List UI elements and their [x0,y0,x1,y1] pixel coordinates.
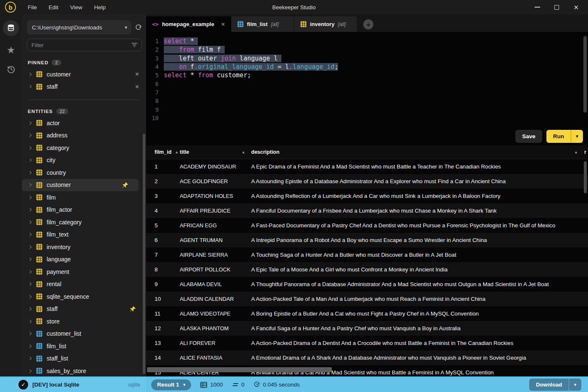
horizontal-scrollbar[interactable] [147,367,332,372]
column-header-description[interactable]: description ▲ [251,149,581,155]
chevron-right-icon[interactable] [28,282,32,286]
sidebar-scrollbar[interactable] [143,134,145,374]
chevron-right-icon[interactable] [28,357,32,360]
editor-line[interactable]: 1select * [146,37,588,45]
new-tab-button[interactable]: + [363,19,373,29]
editor-line[interactable]: 2 from film f [146,45,588,54]
entity-item-customer_list[interactable]: customer_list [22,328,146,340]
chevron-right-icon[interactable] [28,258,32,261]
result-selector[interactable]: Result 1 ▼ [151,379,191,390]
table-row[interactable]: 8AIRPORT POLLOCKA Epic Tale of a Moose A… [146,262,588,277]
download-label[interactable]: Download [529,379,569,391]
editor-line[interactable]: 9 [146,105,588,113]
history-icon[interactable] [6,64,16,74]
chevron-right-icon[interactable] [28,134,32,137]
editor-line[interactable]: 10 [146,114,588,122]
entity-item-payment[interactable]: payment [22,266,146,278]
table-row[interactable]: 12ALASKA PHANTOMA Fanciful Saga of a Hun… [146,321,588,336]
editor-line[interactable]: 8 [146,97,588,105]
sql-editor[interactable]: 1select * 2 from film f 3 left outer joi… [146,32,588,145]
entity-item-staff_list[interactable]: staff_list [22,353,146,365]
chevron-right-icon[interactable] [28,369,32,373]
chevron-right-icon[interactable] [28,295,32,298]
entity-item-film_category[interactable]: film_category [22,216,146,229]
editor-line[interactable]: 5select * from customer; [146,71,588,79]
chevron-right-icon[interactable] [28,196,32,199]
table-row[interactable]: 11ALAMO VIDEOTAPEA Boring Epistle of a B… [146,306,588,321]
column-header-title[interactable]: title ▲ [180,149,251,155]
entity-item-category[interactable]: category [22,142,146,154]
chevron-right-icon[interactable] [28,146,32,150]
editor-line[interactable]: 4 on f.original_language_id = l.language… [146,63,588,71]
table-vertical-scrollbar[interactable] [584,161,587,193]
menu-view[interactable]: View [70,4,82,11]
table-row[interactable]: 2ACE GOLDFINGERA Astounding Epistle of a… [146,174,588,189]
table-row[interactable]: 13ALI FOREVERA Action-Packed Drama of a … [146,336,588,350]
menu-file[interactable]: File [28,4,37,11]
database-objects-icon[interactable] [3,20,19,36]
refresh-icon[interactable] [135,24,142,31]
chevron-right-icon[interactable] [28,307,32,310]
close-icon[interactable]: ✕ [573,4,579,11]
maximize-icon[interactable] [554,5,559,10]
entity-item-inventory[interactable]: inventory [22,241,146,253]
entity-item-film[interactable]: film [22,191,146,204]
chevron-right-icon[interactable] [28,183,32,187]
sort-icon[interactable]: ▲ [175,150,178,154]
menu-help[interactable]: Help [94,4,106,11]
entity-item-city[interactable]: city [22,154,146,167]
run-button[interactable]: Run ▼ [546,130,583,143]
chevron-right-icon[interactable] [28,345,32,348]
connection-path-select[interactable]: C:\Users\ghstng\Downloads ▼ [27,20,131,34]
chevron-right-icon[interactable] [28,208,32,211]
table-row[interactable]: 14ALICE FANTASIAA Emotional Drama of a A… [146,350,588,365]
tab-film_list[interactable]: film_list[all] [231,16,294,32]
chevron-right-icon[interactable] [28,171,32,174]
pinned-item-staff[interactable]: staff✕ [22,81,146,93]
table-row[interactable]: 10ALADDIN CALENDARA Action-Packed Tale o… [146,292,588,306]
entity-item-customer[interactable]: customer [22,179,139,192]
entity-item-rental[interactable]: rental [22,278,146,291]
connection-status[interactable]: ✓ [DEV] local Sqlite sqlite [0,377,146,392]
entity-item-actor[interactable]: actor [22,117,146,129]
filter-box[interactable] [27,39,142,51]
chevron-right-icon[interactable] [28,85,32,88]
entity-item-address[interactable]: address [22,129,146,142]
entity-item-store[interactable]: store [22,315,146,328]
entity-item-sqlite_sequence[interactable]: sqlite_sequence [22,290,146,303]
sort-icon[interactable]: ▲ [242,150,245,154]
column-header-film-id[interactable]: film_id ▲ [146,149,180,155]
download-button[interactable]: Download ▼ [529,379,581,391]
table-row[interactable]: 6AGENT TRUMANA Intrepid Panorama of a Ro… [146,233,588,247]
editor-scrollbar[interactable] [583,36,587,113]
editor-line[interactable]: 3 left outer join language l [146,54,588,63]
close-tab-icon[interactable]: ✕ [221,21,225,27]
entity-item-film_list[interactable]: film_list [22,340,146,353]
chevron-right-icon[interactable] [28,73,32,76]
entity-item-language[interactable]: language [22,253,146,266]
tab-homepage_example[interactable]: <>homepage_example✕ [146,16,231,32]
pinned-item-customer[interactable]: customer✕ [22,68,146,81]
unpin-close-icon[interactable]: ✕ [135,71,139,77]
entity-item-film_text[interactable]: film_text [22,229,146,241]
chevron-right-icon[interactable] [28,121,32,125]
run-options-caret-icon[interactable]: ▼ [571,130,583,143]
favorites-icon[interactable]: ★ [7,45,16,55]
column-header-next-partial[interactable]: r [581,149,588,155]
editor-line[interactable]: 6 [146,79,588,88]
sort-icon[interactable]: ▲ [574,150,578,154]
entity-item-film_actor[interactable]: film_actor [22,204,146,216]
chevron-right-icon[interactable] [28,233,32,236]
chevron-right-icon[interactable] [28,332,32,335]
download-options-caret-icon[interactable]: ▼ [569,379,581,391]
entity-item-staff[interactable]: staff [22,303,146,316]
table-row[interactable]: 4AFFAIR PREJUDICEA Fanciful Documentary … [146,203,588,218]
table-row[interactable]: 9ALABAMA DEVILA Thoughtful Panorama of a… [146,277,588,292]
table-row[interactable]: 5AFRICAN EGGA Fast-Paced Documentary of … [146,218,588,233]
table-row[interactable]: 1ACADEMY DINOSAURA Epic Drama of a Femin… [146,159,588,174]
filter-input[interactable] [32,42,131,48]
entity-item-sales_by_store[interactable]: sales_by_store [22,365,146,376]
chevron-right-icon[interactable] [28,320,32,323]
save-button[interactable]: Save [515,130,542,143]
chevron-right-icon[interactable] [28,270,32,274]
